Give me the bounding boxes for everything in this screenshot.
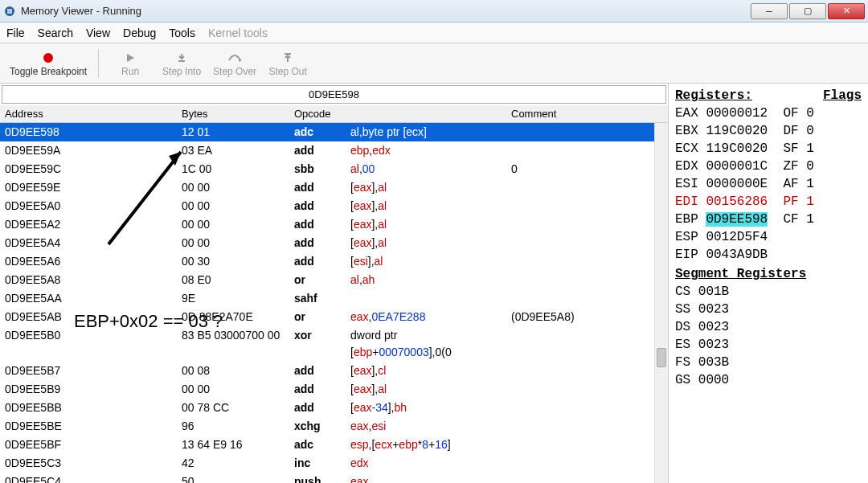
disassembly-row[interactable]: 0D9EE5C342incedx [0,454,668,473]
toggle-breakpoint-button[interactable]: Toggle Breakpoint [10,50,87,77]
menubar: File Search View Debug Tools Kernel tool… [0,23,868,43]
step-into-label: Step Into [162,66,201,77]
register-line: EDX 0000001C ZF 0 [675,158,862,175]
step-into-icon [176,50,187,66]
registers-header-line: Registers: Flags [675,87,862,104]
disassembly-row[interactable]: 0D9EE5AB0D 88E2A70Eoreax,0EA7E288(0D9EE5… [0,308,668,326]
menu-view[interactable]: View [86,27,110,39]
vertical-scrollbar[interactable] [654,123,668,483]
segment-line: ES 0023 [675,336,862,354]
segment-lines: CS 001BSS 0023DS 0023ES 0023FS 003BGS 00… [675,283,862,389]
register-line: ECX 119C0020 SF 1 [675,140,862,158]
breakpoint-icon [43,50,54,66]
menu-debug[interactable]: Debug [123,27,156,39]
app-icon [3,5,16,18]
main-area: 0D9EE598 Address Bytes Opcode Comment 0D… [0,84,868,483]
col-bytes[interactable]: Bytes [177,107,289,121]
play-icon [125,50,136,66]
step-over-label: Step Over [213,66,256,77]
disassembly-row[interactable]: 0D9EE5B900 00add[eax],al [0,380,668,399]
segment-line: FS 003B [675,354,862,371]
column-headers: Address Bytes Opcode Comment [0,105,668,123]
step-out-label: Step Out [268,66,306,77]
col-opcode[interactable]: Opcode [289,107,346,121]
menu-kernel-tools[interactable]: Kernel tools [208,27,268,39]
step-over-icon [227,50,242,66]
segment-line: SS 0023 [675,301,862,318]
svg-point-2 [43,53,53,63]
address-input[interactable]: 0D9EE598 [2,85,666,104]
col-address[interactable]: Address [0,107,177,121]
titlebar: Memory Viewer - Running ─ ▢ ✕ [0,0,868,23]
disassembly-row[interactable]: 0D9EE59C1C 00sbbal,000 [0,160,668,178]
step-into-button[interactable]: Step Into [162,50,202,77]
toolbar-divider [98,49,99,78]
scrollbar-thumb[interactable] [657,348,666,367]
disassembly-row[interactable]: 0D9EE5A600 30add[esi],al [0,252,668,271]
register-line: ESP 0012D5F4 [675,228,862,246]
disassembly-row[interactable]: 0D9EE5A200 00add[eax],al [0,215,668,234]
col-comment[interactable]: Comment [506,107,668,121]
address-input-value: 0D9EE598 [309,88,359,100]
disassembly-row[interactable]: 0D9EE5B083 B5 03000700 00xordword ptr [e… [0,326,668,362]
disassembly-row[interactable]: 0D9EE5AA9Esahf [0,289,668,308]
svg-marker-3 [127,54,134,62]
window-title: Memory Viewer - Running [21,5,749,17]
run-button[interactable]: Run [110,50,150,77]
segment-line: CS 001B [675,283,862,301]
disassembly-panel: 0D9EE598 Address Bytes Opcode Comment 0D… [0,84,669,483]
registers-header: Registers: [675,88,752,103]
disassembly-row[interactable]: 0D9EE5C450pusheax [0,473,668,483]
close-button[interactable]: ✕ [828,3,865,19]
step-out-button[interactable]: Step Out [268,50,308,77]
svg-rect-1 [7,9,12,14]
step-out-icon [282,50,293,66]
register-lines: EAX 00000012 OF 0EBX 119C0020 DF 0ECX 11… [675,104,862,264]
minimize-button[interactable]: ─ [751,3,788,19]
register-line: EBX 119C0020 DF 0 [675,122,862,140]
menu-tools[interactable]: Tools [169,27,195,39]
register-line: EAX 00000012 OF 0 [675,104,862,122]
disassembly-row[interactable]: 0D9EE59812 01adcal,byte ptr [ecx] [0,123,668,141]
disassembly-row[interactable]: 0D9EE5A000 00add[eax],al [0,197,668,215]
run-label: Run [121,66,139,77]
segment-line: GS 0000 [675,371,862,389]
step-over-button[interactable]: Step Over [213,50,256,77]
menu-file[interactable]: File [6,27,25,39]
flags-header: Flags [823,87,862,104]
disassembly-row[interactable]: 0D9EE5BF13 64 E9 16adcesp,[ecx+ebp*8+16] [0,436,668,454]
disassembly-row[interactable]: 0D9EE5B700 08add[eax],cl [0,362,668,380]
segment-line: DS 0023 [675,318,862,336]
toolbar: Toggle Breakpoint Run Step Into Step Ove… [0,43,868,84]
disassembly-row[interactable]: 0D9EE59E00 00add[eax],al [0,178,668,197]
window-buttons: ─ ▢ ✕ [749,3,865,19]
toggle-breakpoint-label: Toggle Breakpoint [10,66,87,77]
register-line: EIP 0043A9DB [675,246,862,264]
maximize-button[interactable]: ▢ [789,3,826,19]
disassembly-rows[interactable]: 0D9EE59812 01adcal,byte ptr [ecx]0D9EE59… [0,123,668,483]
col-args [346,107,506,121]
disassembly-row[interactable]: 0D9EE5BB00 78 CCadd[eax-34],bh [0,399,668,417]
disassembly-row[interactable]: 0D9EE5BE96xchgeax,esi [0,417,668,436]
register-line: EBP 0D9EE598 CF 1 [675,211,862,228]
register-line: EDI 00156286 PF 1 [675,193,862,211]
disassembly-row[interactable]: 0D9EE59A03 EAaddebp,edx [0,141,668,160]
segment-registers-header: Segment Registers [675,265,862,283]
disassembly-row[interactable]: 0D9EE5A400 00add[eax],al [0,234,668,252]
menu-search[interactable]: Search [38,27,73,39]
register-line: ESI 0000000E AF 1 [675,175,862,193]
registers-panel: Registers: Flags EAX 00000012 OF 0EBX 11… [669,84,868,483]
disassembly-row[interactable]: 0D9EE5A808 E0oral,ah [0,271,668,289]
